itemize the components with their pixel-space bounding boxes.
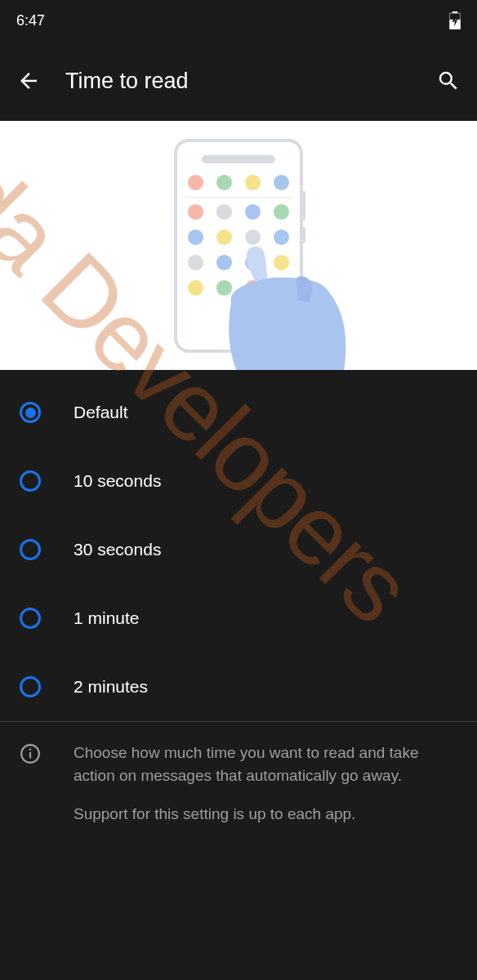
options-list: Default 10 seconds 30 seconds 1 minute 2… xyxy=(0,370,477,721)
radio-icon xyxy=(20,676,41,697)
option-default[interactable]: Default xyxy=(0,378,477,447)
illustration-panel xyxy=(0,121,477,370)
info-line-1: Choose how much time you want to read an… xyxy=(74,742,457,786)
option-label: 1 minute xyxy=(74,608,140,628)
info-section: Choose how much time you want to read an… xyxy=(0,722,477,842)
back-arrow-icon[interactable] xyxy=(16,69,41,93)
info-text: Choose how much time you want to read an… xyxy=(74,742,457,826)
info-icon xyxy=(20,743,41,764)
option-10-seconds[interactable]: 10 seconds xyxy=(0,447,477,515)
battery-charging-icon xyxy=(449,11,461,29)
option-label: Default xyxy=(74,403,128,422)
svg-rect-4 xyxy=(29,752,31,759)
page-title: Time to read xyxy=(65,69,412,94)
info-line-2: Support for this setting is up to each a… xyxy=(74,803,457,826)
hand-illustration xyxy=(198,237,386,371)
option-label: 10 seconds xyxy=(74,471,161,491)
clock-text: 6:47 xyxy=(16,12,45,29)
radio-icon xyxy=(20,539,41,560)
search-icon[interactable] xyxy=(436,69,461,93)
option-label: 30 seconds xyxy=(74,540,161,559)
option-1-minute[interactable]: 1 minute xyxy=(0,584,477,653)
radio-icon xyxy=(20,608,41,629)
app-bar: Time to read xyxy=(0,41,477,121)
radio-icon xyxy=(20,402,41,423)
radio-icon xyxy=(20,470,41,492)
option-2-minutes[interactable]: 2 minutes xyxy=(0,653,477,721)
content-filler xyxy=(0,842,477,980)
svg-rect-5 xyxy=(29,749,31,751)
option-label: 2 minutes xyxy=(74,677,148,697)
option-30-seconds[interactable]: 30 seconds xyxy=(0,515,477,584)
status-bar: 6:47 xyxy=(0,0,477,41)
